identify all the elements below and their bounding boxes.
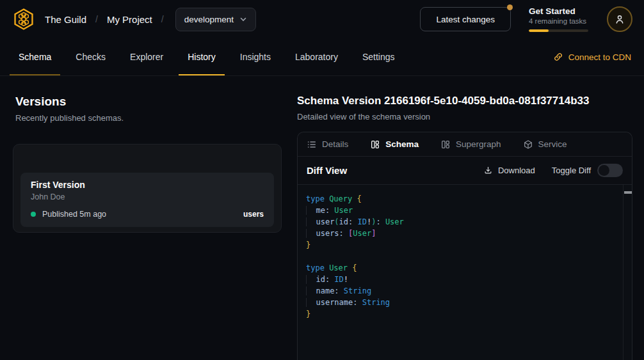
tab-laboratory[interactable]: Laboratory [286, 38, 347, 75]
versions-list: First Version John Doe Published 5m ago … [13, 144, 282, 233]
published-status-icon [31, 212, 36, 217]
environment-dropdown[interactable]: development [175, 8, 256, 31]
schema-version-title: Schema Version 2166196f-5e10-4059-bd0a-0… [297, 95, 632, 107]
download-button[interactable]: Download [483, 166, 535, 175]
version-detail-panel: Schema Version 2166196f-5e10-4059-bd0a-0… [297, 95, 632, 360]
toggle-diff-switch[interactable] [597, 164, 623, 177]
link-icon [553, 52, 563, 62]
tab-schema[interactable]: Schema [10, 38, 60, 75]
get-started-widget[interactable]: Get Started 4 remaining tasks [529, 6, 589, 32]
version-service-badge: users [243, 210, 264, 219]
tab-service[interactable]: Service [523, 139, 567, 150]
download-label: Download [498, 166, 535, 175]
project-nav: Schema Checks Explorer History Insights … [0, 38, 644, 76]
get-started-title: Get Started [529, 6, 589, 16]
progress-fill [529, 29, 549, 32]
breadcrumb-project[interactable]: My Project [107, 14, 152, 25]
connect-to-cdn-link[interactable]: Connect to CDN [547, 38, 638, 75]
tab-checks[interactable]: Checks [67, 38, 115, 75]
columns-icon [440, 139, 451, 150]
download-icon [483, 166, 493, 175]
user-avatar[interactable] [607, 6, 632, 32]
scrollbar-thumb[interactable] [624, 191, 632, 194]
breadcrumb: The Guild / My Project / development [12, 7, 256, 31]
tab-schema-view[interactable]: Schema [370, 139, 419, 150]
cube-icon [523, 139, 533, 150]
breadcrumb-org[interactable]: The Guild [45, 14, 86, 25]
header: The Guild / My Project / development Lat… [0, 0, 644, 38]
tab-settings[interactable]: Settings [353, 38, 404, 75]
version-list-item[interactable]: First Version John Doe Published 5m ago … [20, 173, 274, 227]
environment-dropdown-value: development [184, 15, 234, 24]
breadcrumb-separator: / [161, 14, 164, 24]
list-icon [307, 139, 317, 150]
tab-schema-view-label: Schema [385, 139, 419, 149]
connect-to-cdn-label: Connect to CDN [568, 52, 631, 62]
chevron-down-icon [239, 15, 247, 23]
code-scrollbar[interactable] [623, 185, 632, 360]
versions-subtitle: Recently published schemas. [13, 113, 282, 123]
latest-changes-button[interactable]: Latest changes [420, 7, 511, 31]
schema-version-subtitle: Detailed view of the schema version [297, 112, 632, 121]
tab-insights[interactable]: Insights [231, 38, 280, 75]
version-name: First Version [31, 180, 264, 190]
notification-dot [507, 4, 513, 10]
tab-service-label: Service [538, 139, 567, 149]
tab-history[interactable]: History [179, 38, 225, 75]
switch-knob [599, 165, 609, 176]
app-root: The Guild / My Project / development Lat… [0, 0, 644, 360]
person-icon [613, 13, 626, 26]
columns-icon [370, 139, 380, 150]
tab-supergraph-label: Supergraph [456, 139, 501, 149]
tab-details-label: Details [322, 139, 348, 149]
version-status: Published 5m ago [42, 210, 106, 219]
main-content: Versions Recently published schemas. Fir… [0, 76, 644, 360]
versions-title: Versions [13, 95, 282, 109]
detail-tabs: Details Schema [298, 132, 632, 157]
version-author: John Doe [31, 192, 264, 201]
schema-detail-card: Details Schema [297, 132, 632, 360]
tab-supergraph[interactable]: Supergraph [440, 139, 501, 150]
header-actions: Latest changes Get Started 4 remaining t… [420, 6, 632, 32]
tab-explorer[interactable]: Explorer [121, 38, 172, 75]
get-started-progress [529, 29, 588, 32]
tab-details[interactable]: Details [307, 139, 348, 150]
toggle-diff-label: Toggle Diff [552, 166, 591, 175]
get-started-subtitle: 4 remaining tasks [529, 17, 589, 25]
diff-view-title: Diff View [307, 165, 347, 176]
schema-code: type Query { me: User user(id: ID!): Use… [298, 185, 623, 360]
hive-logo-icon[interactable] [12, 7, 36, 31]
diff-toolbar: Diff View Download Toggle Diff [298, 157, 632, 185]
versions-panel: Versions Recently published schemas. Fir… [13, 95, 282, 360]
breadcrumb-separator: / [95, 14, 98, 24]
schema-code-viewer: type Query { me: User user(id: ID!): Use… [298, 185, 632, 360]
